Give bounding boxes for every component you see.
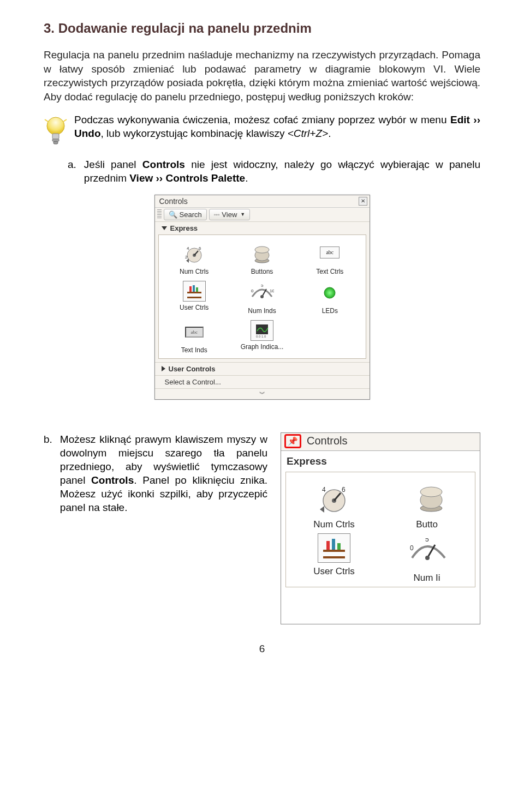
svg-text:0: 0 <box>251 288 254 293</box>
svg-point-14 <box>255 246 269 253</box>
palette-item-buttons[interactable]: Buttons <box>229 239 295 278</box>
svg-rect-2 <box>52 139 59 141</box>
palette-item-user-ctrls[interactable]: User Ctrls <box>289 533 379 584</box>
text-span: Jeśli panel <box>84 159 142 170</box>
svg-point-0 <box>47 117 64 135</box>
svg-rect-37 <box>323 556 345 558</box>
view-button[interactable]: ◦◦◦ View▼ <box>209 209 251 220</box>
search-label: Search <box>180 210 202 219</box>
svg-rect-39 <box>332 539 335 550</box>
dropdown-icon: ▼ <box>240 212 245 217</box>
palette2-grid: 46 Num Ctrls Butto User Ctrls 05 Num Ii <box>285 472 475 587</box>
palette-item-label: Butto <box>416 519 438 530</box>
svg-line-5 <box>63 119 67 122</box>
tip-shortcut: <Ctrl+Z> <box>288 128 328 139</box>
palette-item-label: Num Inds <box>248 307 276 315</box>
bold-controls: Controls <box>91 474 134 486</box>
select-control-label: Select a Control... <box>165 378 221 386</box>
expand-arrow-icon <box>162 366 165 371</box>
svg-rect-19 <box>196 287 198 292</box>
view-icon: ◦◦◦ <box>214 212 220 218</box>
palette-item-buttons-cut[interactable]: Butto <box>382 480 472 530</box>
palette-grid: 462 Num Ctrls Buttons abc Text Ctrls Use… <box>158 234 366 359</box>
svg-text:6: 6 <box>342 486 346 494</box>
tip-text: Podczas wykonywania ćwiczenia, możesz co… <box>74 113 480 140</box>
palette2-section: Express <box>281 451 480 472</box>
palette-item-label: LEDs <box>322 307 338 315</box>
palette-item-num-inds-cut[interactable]: 05 Num Ii <box>382 533 472 584</box>
collapse-arrow-icon <box>162 226 167 230</box>
palette-item-text-ctrls[interactable]: abc Text Ctrls <box>296 239 363 278</box>
svg-rect-3 <box>53 141 58 144</box>
search-button[interactable]: 🔍 Search <box>164 209 207 220</box>
express-section-header[interactable]: Express <box>155 221 370 234</box>
palette-item-text-inds[interactable]: abc Text Inds <box>161 318 228 356</box>
svg-rect-38 <box>326 541 330 550</box>
section-heading: 3. Dodawanie regulacji na panelu przedni… <box>44 21 480 36</box>
palette-item-label: User Ctrls <box>180 304 209 311</box>
palette-item-num-inds[interactable]: 0510 Num Inds <box>229 279 295 317</box>
pin-highlight-box: 📌 <box>284 434 301 448</box>
controls-palette: Controls ✕ 🔍 Search ◦◦◦ View▼ Express <box>154 195 370 400</box>
screenshot-pinned-palette: 📌 Controls Express 46 Num Ctrls Butto Us… <box>281 432 480 624</box>
svg-rect-15 <box>187 292 201 293</box>
lightbulb-icon <box>44 115 68 148</box>
svg-point-25 <box>324 287 335 298</box>
palette-item-graph-indicators[interactable]: 0.0 1.0 Graph Indica... <box>229 318 295 356</box>
svg-text:4: 4 <box>322 486 326 494</box>
magnifier-icon: 🔍 <box>169 210 177 219</box>
tip-text-mid: , lub wykorzystując kombinację klawiszy <box>101 128 288 139</box>
svg-rect-18 <box>193 285 195 292</box>
bold-controls: Controls <box>142 159 185 170</box>
svg-text:5: 5 <box>261 285 264 288</box>
pin-icon[interactable]: 📌 <box>288 436 298 446</box>
grip-icon <box>157 209 162 219</box>
palette-item-label: Num Ii <box>413 573 440 584</box>
tip-text-pre: Podczas wykonywania ćwiczenia, możesz co… <box>74 114 450 125</box>
palette-item-leds[interactable]: LEDs <box>296 279 363 317</box>
palette-item-label: User Ctrls <box>313 566 355 577</box>
svg-rect-17 <box>189 286 192 292</box>
palette-item-label: Buttons <box>251 268 273 275</box>
list-item-b: b. Możesz kliknąć prawym klawiszem myszy… <box>44 432 267 514</box>
user-controls-section-header[interactable]: User Controls <box>155 362 370 375</box>
svg-point-21 <box>260 295 264 298</box>
expand-chevrons-icon[interactable]: ︾ <box>155 388 370 399</box>
svg-rect-36 <box>323 550 345 552</box>
svg-line-4 <box>45 119 48 122</box>
screenshot-controls-palette: Controls ✕ 🔍 Search ◦◦◦ View▼ Express <box>44 195 480 400</box>
list-content-b: Możesz kliknąć prawym klawiszem myszy w … <box>60 432 267 514</box>
palette-item-label: Text Inds <box>181 346 207 354</box>
svg-rect-1 <box>52 134 59 139</box>
list-content-a: Jeśli panel Controls nie jest widoczny, … <box>84 158 480 185</box>
tip-block: Podczas wykonywania ćwiczenia, możesz co… <box>44 113 480 148</box>
palette-item-num-ctrls[interactable]: 462 Num Ctrls <box>161 239 228 278</box>
list-marker-b: b. <box>44 432 52 514</box>
tip-text-end: . <box>328 128 331 139</box>
svg-point-42 <box>425 556 430 560</box>
svg-text:4: 4 <box>187 246 189 251</box>
svg-text:6: 6 <box>199 246 201 251</box>
select-control-row[interactable]: Select a Control... <box>155 375 370 388</box>
text-span: . <box>245 172 248 184</box>
svg-text:0.0 1.0: 0.0 1.0 <box>256 335 266 338</box>
svg-text:2: 2 <box>185 255 188 260</box>
express-label: Express <box>170 224 198 232</box>
palette-item-num-ctrls[interactable]: 46 Num Ctrls <box>289 480 379 530</box>
palette-item-label: Text Ctrls <box>316 268 343 275</box>
svg-text:5: 5 <box>425 538 429 543</box>
list-item-a: a. Jeśli panel Controls nie jest widoczn… <box>68 158 480 185</box>
svg-rect-40 <box>337 543 341 550</box>
close-icon[interactable]: ✕ <box>359 197 367 206</box>
svg-point-35 <box>420 487 442 497</box>
svg-text:10: 10 <box>270 288 274 293</box>
svg-rect-16 <box>187 297 201 298</box>
palette-empty-cell <box>296 318 363 356</box>
list-marker-a: a. <box>68 158 76 185</box>
svg-text:0: 0 <box>410 544 414 552</box>
user-controls-label: User Controls <box>169 365 216 373</box>
palette-item-user-ctrls[interactable]: User Ctrls <box>161 279 228 317</box>
view-label: View <box>222 210 237 219</box>
palette-title: Controls <box>159 197 188 206</box>
palette-item-label: Graph Indica... <box>241 343 284 351</box>
